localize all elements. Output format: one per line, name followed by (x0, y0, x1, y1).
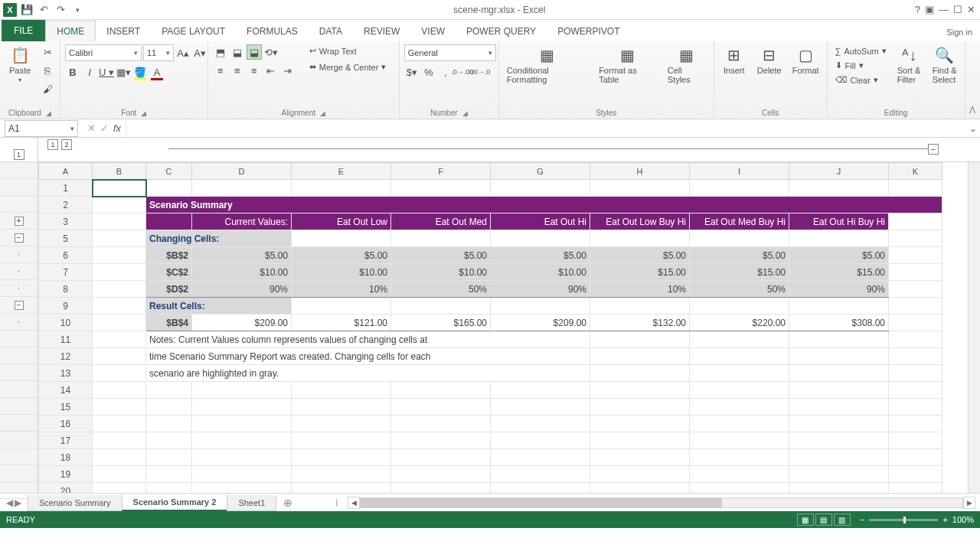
save-icon[interactable]: 💾 (20, 3, 34, 17)
row-outline-level-1[interactable]: 1 (47, 139, 58, 150)
cell-value[interactable]: $5.00 (690, 247, 789, 264)
fill-color-icon[interactable]: 🪣 (132, 64, 148, 80)
cell-styles-button[interactable]: ▦Cell Styles (665, 44, 709, 86)
italic-button[interactable]: I (82, 64, 97, 80)
accounting-icon[interactable]: $▾ (404, 64, 420, 80)
alignment-launcher-icon[interactable]: ◢ (320, 109, 325, 117)
col-header-A[interactable]: A (39, 163, 93, 180)
header-current[interactable]: Current Values: (192, 214, 292, 230)
autosum-button[interactable]: ∑AutoSum ▾ (832, 44, 890, 57)
row-header[interactable]: 11 (39, 331, 93, 348)
cell-value[interactable]: $10.00 (192, 264, 292, 281)
border-icon[interactable]: ▦▾ (116, 64, 131, 80)
view-page-break-icon[interactable]: ▥ (834, 514, 851, 526)
row-header[interactable]: 10 (39, 315, 93, 331)
align-top-icon[interactable]: ⬒ (213, 44, 228, 60)
increase-indent-icon[interactable]: ⇥ (280, 63, 296, 78)
cell-value[interactable]: $5.00 (292, 247, 391, 264)
cut-icon[interactable]: ✂ (40, 44, 55, 60)
align-middle-icon[interactable]: ⬓ (230, 44, 245, 60)
tab-view[interactable]: VIEW (410, 21, 456, 41)
cell-value[interactable]: $5.00 (590, 247, 690, 264)
cell-value[interactable]: $5.00 (491, 247, 590, 264)
sign-in-link[interactable]: Sign in (939, 23, 980, 41)
delete-cells-button[interactable]: ⊟Delete (754, 44, 785, 77)
copy-icon[interactable]: ⎘ (40, 63, 55, 78)
row-header[interactable]: 3 (39, 214, 93, 230)
cell-value[interactable]: $5.00 (391, 247, 491, 264)
col-header-H[interactable]: H (590, 163, 690, 180)
sheet-tab-active[interactable]: Scenario Summary 2 (122, 494, 228, 511)
tab-power-query[interactable]: POWER QUERY (456, 21, 547, 41)
row-header[interactable]: 2 (39, 197, 93, 214)
row-header[interactable]: 16 (39, 416, 93, 432)
horizontal-scrollbar[interactable] (360, 497, 963, 508)
col-outline-collapse[interactable]: − (928, 144, 939, 155)
view-page-layout-icon[interactable]: ▤ (815, 514, 832, 526)
tab-home[interactable]: HOME (45, 21, 96, 41)
row-header[interactable]: 5 (39, 230, 93, 247)
merge-center-button[interactable]: ⬌Merge & Center ▾ (306, 60, 390, 73)
cell-value[interactable]: 50% (690, 281, 789, 298)
cell-value[interactable]: $15.00 (690, 264, 789, 281)
row-header[interactable]: 6 (39, 247, 93, 264)
cell-value[interactable]: $5.00 (789, 247, 889, 264)
notes-line[interactable]: scenario are highlighted in gray. (146, 365, 590, 382)
cell-value[interactable]: 50% (391, 281, 491, 298)
view-normal-icon[interactable]: ▦ (797, 514, 814, 526)
notes-line[interactable]: Notes: Current Values column represents … (146, 331, 590, 348)
cell-value[interactable]: $10.00 (391, 264, 491, 281)
redo-icon[interactable]: ↷ (54, 3, 67, 17)
zoom-out-icon[interactable]: − (860, 515, 864, 524)
number-launcher-icon[interactable]: ◢ (462, 109, 468, 117)
hscroll-left-icon[interactable]: ◀ (348, 497, 360, 509)
align-bottom-icon[interactable]: ⬓ (247, 44, 262, 60)
help-icon[interactable]: ? (915, 4, 920, 15)
collapse-ribbon-icon[interactable]: ᐱ (969, 105, 975, 116)
header-col[interactable]: Eat Out Hi (491, 214, 590, 230)
minimize-icon[interactable]: — (939, 4, 949, 15)
row-header[interactable]: 15 (39, 399, 93, 416)
cell-value[interactable]: $5.00 (192, 247, 292, 264)
cell-value[interactable]: $15.00 (789, 264, 889, 281)
font-name-select[interactable]: Calibri (65, 44, 142, 61)
cell-value[interactable]: $165.00 (391, 315, 491, 331)
ribbon-display-icon[interactable]: ▣ (925, 4, 934, 15)
increase-font-icon[interactable]: A▴ (175, 45, 191, 60)
cell-value[interactable]: 90% (789, 281, 889, 298)
row-header[interactable]: 7 (39, 264, 93, 281)
cell-value[interactable]: $308.00 (789, 315, 889, 331)
header-col[interactable]: Eat Out Hi Buy Hi (789, 214, 889, 230)
row-outline-level-2[interactable]: 2 (61, 139, 72, 150)
col-header-J[interactable]: J (789, 163, 889, 180)
cell-value[interactable]: $132.00 (590, 315, 690, 331)
header-col[interactable]: Eat Out Low (292, 214, 391, 230)
underline-button[interactable]: U ▾ (99, 64, 114, 80)
hscroll-right-icon[interactable]: ▶ (963, 497, 975, 509)
font-size-select[interactable]: 11 (143, 44, 174, 61)
percent-icon[interactable]: % (421, 64, 436, 80)
qat-dropdown-icon[interactable]: ▾ (70, 3, 84, 17)
row-header[interactable]: 13 (39, 365, 93, 382)
undo-icon[interactable]: ↶ (37, 3, 51, 17)
format-as-table-button[interactable]: ▦Format as Table (596, 44, 660, 86)
insert-cells-button[interactable]: ⊞Insert (719, 44, 750, 77)
decrease-indent-icon[interactable]: ⇤ (263, 63, 279, 78)
section-result[interactable]: Result Cells: (146, 298, 292, 315)
cell-value[interactable]: $10.00 (292, 264, 391, 281)
decrease-font-icon[interactable]: A▾ (192, 45, 207, 60)
cell-ref[interactable]: $C$2 (146, 264, 192, 281)
font-launcher-icon[interactable]: ◢ (141, 109, 146, 117)
clear-button[interactable]: ⌫Clear ▾ (832, 73, 890, 86)
conditional-formatting-button[interactable]: ▦Conditional Formatting (504, 44, 591, 86)
font-color-icon[interactable]: A (149, 64, 165, 80)
close-icon[interactable]: ✕ (967, 4, 975, 15)
formula-input[interactable] (126, 119, 966, 137)
zoom-in-icon[interactable]: + (942, 515, 947, 524)
cell-value[interactable]: 10% (292, 281, 391, 298)
number-format-select[interactable]: General (404, 44, 496, 61)
sheet-tab[interactable]: Scenario Summary (28, 495, 122, 511)
tab-page-layout[interactable]: PAGE LAYOUT (151, 21, 236, 41)
tab-formulas[interactable]: FORMULAS (236, 21, 309, 41)
decrease-decimal-icon[interactable]: .00→.0 (472, 64, 487, 80)
